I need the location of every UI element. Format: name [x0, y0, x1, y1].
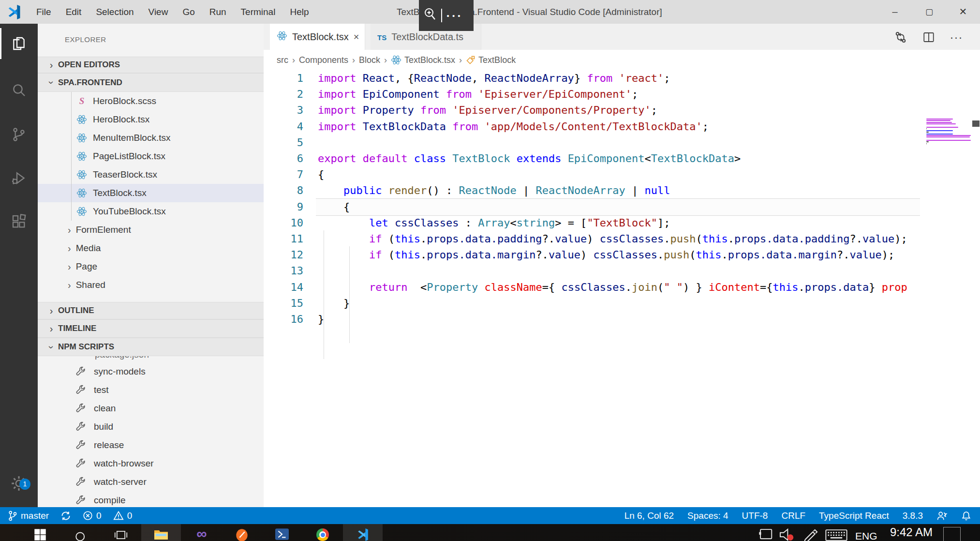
explorer-icon[interactable] [0, 28, 38, 59]
tab-close-icon[interactable]: × [354, 31, 359, 43]
editor-more-actions-icon[interactable]: ··· [948, 30, 965, 44]
show-desktop-button[interactable] [943, 527, 961, 541]
source-control-icon[interactable] [0, 119, 38, 150]
folder-item-media[interactable]: ›Media [38, 239, 264, 257]
minimize-button[interactable]: – [878, 0, 912, 24]
status-item-feedback[interactable] [936, 511, 948, 521]
file-item-YouTubeBlock.tsx[interactable]: YouTubeBlock.tsx [38, 202, 264, 221]
menu-item-go[interactable]: Go [175, 0, 202, 24]
code-line-5[interactable]: 5 [264, 135, 980, 150]
taskbar-task-view-icon[interactable] [101, 524, 141, 541]
code-line-14[interactable]: 14 return <Property className={ cssClass… [264, 279, 980, 295]
file-item-HeroBlock.tsx[interactable]: HeroBlock.tsx [38, 110, 264, 129]
run-debug-icon[interactable] [0, 163, 38, 194]
maximize-button[interactable]: ▢ [912, 0, 946, 24]
breadcrumb-item-Block[interactable]: Block [359, 55, 380, 65]
status-item-3-8-3[interactable]: 3.8.3 [903, 511, 923, 521]
code-line-3[interactable]: 3import Property from 'Episerver/Compone… [264, 102, 980, 118]
overlay-more-icon[interactable]: • • • [447, 12, 461, 20]
code-line-12[interactable]: 12 if (this.props.data.margin?.value) cs… [264, 247, 980, 263]
split-editor-icon[interactable] [921, 30, 937, 44]
menu-item-view[interactable]: View [141, 0, 176, 24]
code-line-11[interactable]: 11 if (this.props.data.padding?.value) c… [264, 231, 980, 247]
section-outline[interactable]: ›OUTLINE [38, 302, 264, 319]
folder-item-shared[interactable]: ›Shared [38, 276, 264, 294]
code-line-6[interactable]: 6export default class TextBlock extends … [264, 150, 980, 166]
volume-icon[interactable] [779, 528, 795, 541]
taskbar-search-icon[interactable] [61, 524, 101, 541]
pen-icon[interactable] [803, 527, 818, 541]
taskbar-visual-studio-icon[interactable]: ∞ [182, 524, 222, 541]
folder-item-formelement[interactable]: ›FormElement [38, 221, 264, 239]
npm-script-sync-models[interactable]: sync-models [38, 362, 264, 381]
clock[interactable]: 9:42 AM [890, 526, 933, 539]
menu-item-file[interactable]: File [29, 0, 59, 24]
file-item-TextBlock.tsx[interactable]: TextBlock.tsx [38, 184, 264, 202]
npm-script-watch-server[interactable]: watch-server [38, 473, 264, 491]
menu-item-selection[interactable]: Selection [89, 0, 141, 24]
file-item-HeroBlock.scss[interactable]: SHeroBlock.scss [38, 92, 264, 110]
status-item-master[interactable]: master [8, 510, 49, 522]
magnifier-icon[interactable] [423, 6, 437, 25]
menu-item-help[interactable]: Help [282, 0, 316, 24]
taskbar-powershell-icon[interactable] [262, 524, 302, 541]
status-item-0[interactable]: 0 [83, 511, 102, 521]
npm-script-release[interactable]: release [38, 436, 264, 454]
breadcrumb-item-TextBlock.tsx[interactable]: TextBlock.tsx [391, 55, 455, 65]
taskbar-file-explorer-icon[interactable] [141, 524, 181, 541]
taskbar-postman-icon[interactable] [222, 524, 262, 541]
manage-gear-icon[interactable]: 1 [0, 464, 38, 503]
code-line-13[interactable]: 13 [264, 263, 980, 279]
status-item-spaces-4[interactable]: Spaces: 4 [687, 511, 728, 521]
status-item-ln-6-col-62[interactable]: Ln 6, Col 62 [624, 511, 674, 521]
code-line-16[interactable]: 16} [264, 311, 980, 327]
section-open-editors[interactable]: ›OPEN EDITORS [38, 57, 264, 73]
menu-item-run[interactable]: Run [202, 0, 234, 24]
breadcrumb-item-src[interactable]: src [277, 55, 288, 65]
file-item-PageListBlock.tsx[interactable]: PageListBlock.tsx [38, 147, 264, 165]
tablet-mode-icon[interactable] [758, 528, 773, 541]
npm-script-watch-browser[interactable]: watch-browser [38, 454, 264, 473]
tab-TextBlock.tsx[interactable]: TextBlock.tsx× [270, 24, 365, 50]
status-item-bell[interactable] [961, 511, 971, 521]
scrollbar-handle[interactable] [972, 120, 980, 127]
code-line-1[interactable]: 1import React, {ReactNode, ReactNodeArra… [264, 70, 980, 86]
taskbar-start-icon[interactable] [20, 524, 60, 541]
code-line-10[interactable]: 10 let cssClasses : Array<string> = ["Te… [264, 215, 980, 231]
npm-script-clean[interactable]: clean [38, 399, 264, 418]
code-line-9[interactable]: 9 { [264, 199, 980, 215]
npm-script-build[interactable]: build [38, 418, 264, 436]
breadcrumb-item-Components[interactable]: Components [299, 55, 348, 65]
status-item-sync[interactable] [60, 511, 71, 521]
section-npm-scripts[interactable]: ›NPM SCRIPTS [38, 338, 264, 356]
code-line-8[interactable]: 8 public render() : ReactNode | ReactNod… [264, 182, 980, 198]
code-line-2[interactable]: 2import EpiComponent from 'Episerver/Epi… [264, 86, 980, 102]
breadcrumb-item-TextBlock[interactable]: TextBlock [466, 55, 516, 65]
close-button[interactable]: ✕ [946, 0, 980, 24]
status-item-utf-8[interactable]: UTF-8 [742, 511, 768, 521]
code-line-7[interactable]: 7{ [264, 166, 980, 182]
file-item-MenuItemBlock.tsx[interactable]: MenuItemBlock.tsx [38, 129, 264, 147]
code-line-4[interactable]: 4import TextBlockData from 'app/Models/C… [264, 119, 980, 135]
menu-item-terminal[interactable]: Terminal [234, 0, 283, 24]
status-item-0[interactable]: 0 [113, 511, 133, 521]
menu-item-edit[interactable]: Edit [59, 0, 89, 24]
npm-item-partial[interactable]: package.json [38, 356, 264, 362]
language-indicator[interactable]: ENG [855, 530, 877, 541]
minimap[interactable] [926, 119, 972, 145]
section-timeline[interactable]: ›TIMELINE [38, 319, 264, 338]
touch-keyboard-icon[interactable] [825, 528, 847, 541]
npm-script-test[interactable]: test [38, 381, 264, 399]
open-changes-icon[interactable] [892, 30, 909, 44]
folder-item-page[interactable]: ›Page [38, 257, 264, 276]
taskbar-chrome-icon[interactable] [303, 524, 342, 541]
code-editor[interactable]: 1import React, {ReactNode, ReactNodeArra… [264, 70, 980, 507]
npm-script-compile[interactable]: compile [38, 491, 264, 507]
status-item-typescript-react[interactable]: TypeScript React [819, 511, 889, 521]
section-workspace[interactable]: ›SPA.FRONTEND [38, 73, 264, 92]
file-item-TeaserBlock.tsx[interactable]: TeaserBlock.tsx [38, 165, 264, 184]
code-line-15[interactable]: 15 } [264, 295, 980, 311]
extensions-icon[interactable] [0, 206, 38, 237]
status-item-crlf[interactable]: CRLF [781, 511, 805, 521]
search-icon[interactable] [0, 75, 38, 105]
